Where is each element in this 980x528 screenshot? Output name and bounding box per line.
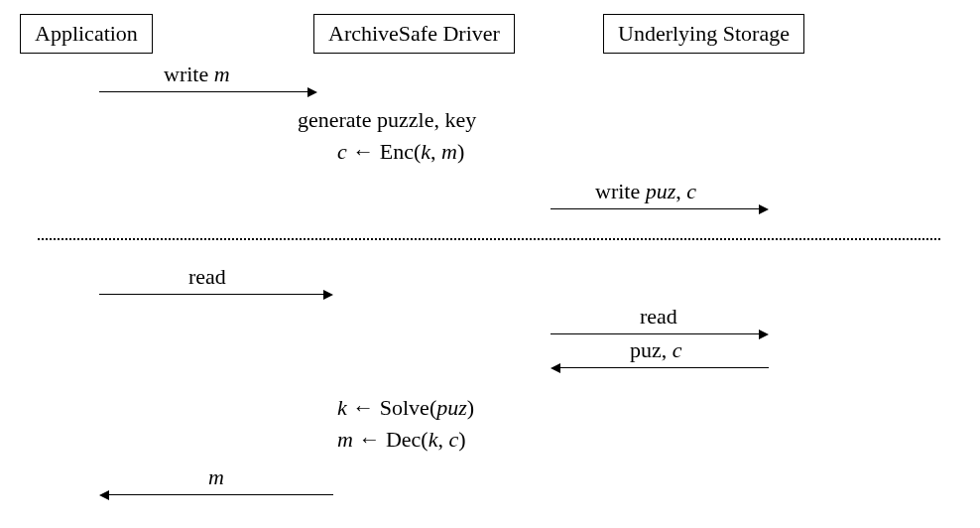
wp-c: c [686, 179, 696, 203]
solve-arrow: ← Solve( [347, 395, 436, 420]
label-write-puzc: write puz, c [595, 179, 696, 204]
enc-c: c [337, 139, 347, 164]
label-m-return: m [208, 464, 224, 490]
dec-m: m [337, 427, 353, 452]
enc-arrow: ← Enc( [347, 139, 422, 164]
label-write-m-var: m [214, 62, 230, 86]
step-encrypt: c ← Enc(k, m) [337, 139, 464, 165]
label-write-m: write m [164, 62, 230, 87]
dec-arrow: ← Dec( [353, 427, 429, 452]
enc-m: m [441, 139, 457, 164]
step-decrypt: m ← Dec(k, c) [337, 427, 466, 453]
label-read-2: read [640, 304, 677, 330]
enc-comma: , [430, 139, 441, 164]
dec-comma: , [437, 427, 448, 452]
wp-prefix: write [595, 179, 646, 203]
flow-divider [38, 238, 940, 240]
dec-close: ) [458, 427, 465, 452]
label-read-1: read [188, 264, 226, 290]
application-box: Application [20, 14, 153, 54]
ret-c: c [673, 337, 682, 362]
enc-k: k [421, 139, 430, 164]
solve-close: ) [467, 395, 474, 420]
step-solve: k ← Solve(puz) [337, 395, 474, 421]
label-puzc-return: puz, c [630, 337, 682, 363]
wp-puz: puz [646, 179, 676, 203]
step-generate: generate puzzle, key [298, 107, 476, 133]
enc-close: ) [457, 139, 464, 164]
dec-c: c [448, 427, 458, 452]
dec-k: k [429, 427, 438, 452]
wp-comma: , [675, 179, 686, 203]
ret-puz: puz, [630, 337, 673, 362]
solve-k: k [337, 395, 347, 420]
solve-puz: puz [436, 395, 467, 420]
storage-box: Underlying Storage [603, 14, 804, 54]
label-write-m-prefix: write [164, 62, 214, 86]
driver-box: ArchiveSafe Driver [313, 14, 515, 54]
